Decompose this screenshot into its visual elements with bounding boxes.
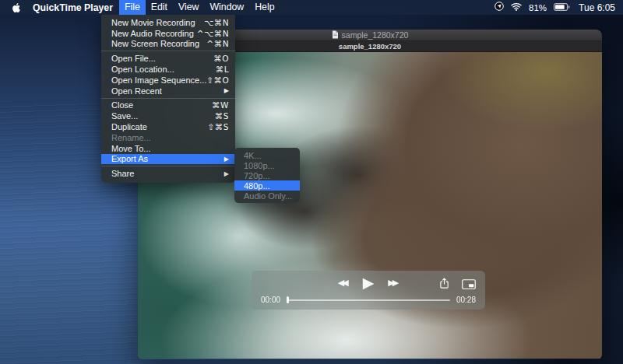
- status-area: 81% Tue 6:05: [495, 2, 615, 13]
- menu-separator: [101, 98, 235, 99]
- play-button[interactable]: ▶: [363, 275, 375, 290]
- file-menu-dropdown: New Movie Recording ⌥⌘N New Audio Record…: [101, 15, 235, 183]
- document-icon: [332, 30, 339, 40]
- wifi-icon[interactable]: [511, 2, 522, 13]
- menu-separator: [101, 51, 235, 51]
- menu-item-open-recent[interactable]: Open Recent ▶: [101, 86, 235, 96]
- playback-controls: ◀◀ ▶ ▶▶ 00:00: [252, 271, 485, 310]
- tab-title: sample_1280x720: [339, 42, 401, 51]
- menu-item-new-audio-recording[interactable]: New Audio Recording ^⌥⌘N: [101, 28, 235, 39]
- menu-bar: QuickTime Player File Edit View Window H…: [0, 0, 623, 15]
- submenu-item-480p[interactable]: 480p...: [234, 180, 300, 191]
- menu-item-open-location[interactable]: Open Location... ⌘L: [101, 64, 235, 75]
- menu-item-close[interactable]: Close ⌘W: [101, 100, 235, 111]
- menu-item-duplicate[interactable]: Duplicate ⇧⌘S: [101, 121, 235, 132]
- menu-item-move-to[interactable]: Move To...: [101, 143, 235, 154]
- menu-item-new-movie-recording[interactable]: New Movie Recording ⌥⌘N: [101, 17, 235, 28]
- picture-in-picture-icon[interactable]: [462, 278, 476, 292]
- menubar-item-help[interactable]: Help: [249, 0, 280, 15]
- submenu-arrow-icon: ▶: [224, 156, 229, 163]
- menu-item-new-screen-recording[interactable]: New Screen Recording ^⌘N: [101, 39, 235, 50]
- timeline-track: [287, 299, 450, 301]
- menu-item-save[interactable]: Save... ⌘S: [101, 110, 235, 121]
- menu-separator: [101, 166, 235, 166]
- playhead[interactable]: [287, 296, 289, 303]
- remaining-time: 00:28: [456, 296, 476, 304]
- app-name[interactable]: QuickTime Player: [26, 2, 119, 13]
- submenu-item-720p: 720p...: [234, 170, 300, 180]
- desktop: sample_1280x720 sample_1280x720 ◀◀ ▶ ▶▶: [0, 0, 623, 364]
- menu-item-open-file[interactable]: Open File... ⌘O: [101, 53, 235, 64]
- menu-item-share[interactable]: Share ▶: [101, 168, 235, 179]
- menubar-item-window[interactable]: Window: [204, 0, 249, 15]
- menu-bar-clock[interactable]: Tue 6:05: [579, 2, 615, 13]
- menubar-item-edit[interactable]: Edit: [146, 0, 173, 15]
- submenu-item-4k: 4K...: [234, 150, 300, 160]
- share-icon[interactable]: [439, 278, 449, 292]
- rewind-button[interactable]: ◀◀: [338, 278, 349, 287]
- menu-item-rename: Rename...: [101, 132, 235, 143]
- battery-percent: 81%: [529, 3, 547, 12]
- menu-item-export-as[interactable]: Export As ▶: [101, 154, 235, 165]
- timeline-slider[interactable]: [287, 296, 450, 304]
- fast-forward-button[interactable]: ▶▶: [388, 278, 399, 287]
- menubar-item-view[interactable]: View: [173, 0, 204, 15]
- apple-menu-icon[interactable]: [6, 2, 26, 13]
- elapsed-time: 00:00: [261, 296, 280, 304]
- menu-item-open-image-sequence[interactable]: Open Image Sequence... ⇧⌘O: [101, 75, 235, 86]
- menubar-item-file[interactable]: File: [119, 0, 146, 15]
- submenu-item-1080p: 1080p...: [234, 160, 300, 170]
- battery-icon[interactable]: [554, 2, 570, 13]
- submenu-arrow-icon: ▶: [224, 87, 229, 94]
- submenu-arrow-icon: ▶: [224, 170, 229, 177]
- location-icon[interactable]: [495, 2, 504, 13]
- window-title: sample_1280x720: [342, 30, 409, 40]
- export-as-submenu: 4K... 1080p... 720p... 480p... Audio Onl…: [234, 148, 300, 203]
- submenu-item-audio-only: Audio Only...: [234, 191, 300, 201]
